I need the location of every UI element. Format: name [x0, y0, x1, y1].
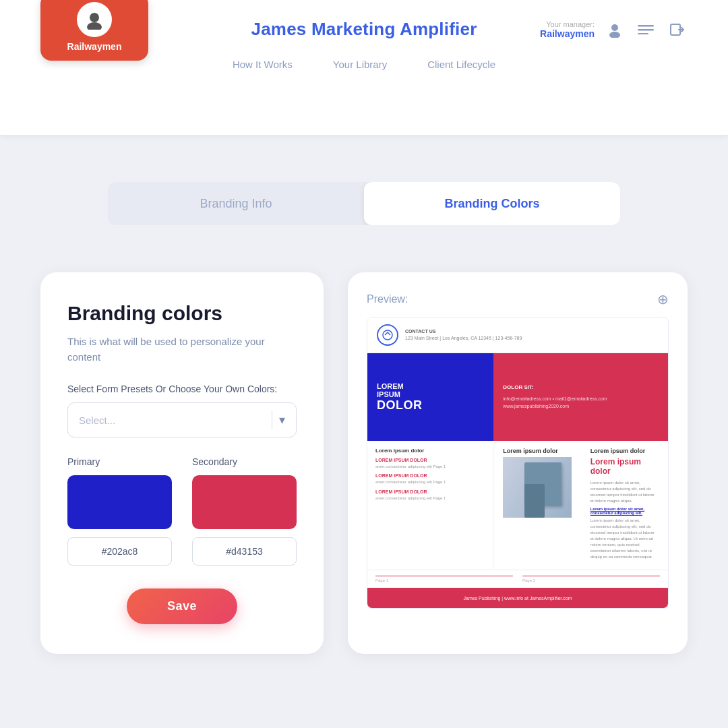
menu-icon-btn[interactable]	[635, 19, 657, 40]
doc-contact-info: CONTACT US 123 Main Street | Los Angeles…	[405, 328, 522, 342]
primary-hex-input[interactable]: #202ac8	[67, 537, 172, 566]
app-title-name: James	[251, 19, 307, 39]
main-nav: How It Works Your Library Client Lifecyc…	[233, 59, 495, 74]
svg-rect-5	[638, 29, 654, 31]
manager-info: Your manager: Railwaymen	[540, 20, 595, 39]
nav-how-it-works[interactable]: How It Works	[233, 59, 293, 74]
doc-far-right-col: Lorem ipsum dolor Lorem ipsum dolor Lore…	[581, 441, 668, 570]
doc-logo-circle	[377, 324, 398, 346]
hero-right-text2: www.jamespublishing2020.com	[503, 402, 659, 410]
logo-avatar	[77, 2, 112, 37]
body-item-1: LOREM IPSUM DOLOR amet consectetur adipi…	[375, 458, 485, 469]
select-divider	[272, 411, 272, 429]
doc-right-text-col: Lorem ipsum dolor	[493, 441, 580, 570]
chevron-down-icon: ▾	[279, 413, 285, 427]
logo-label: Railwaymen	[67, 41, 122, 52]
tabs-container: Branding Info Branding Colors	[0, 155, 728, 225]
doc-hero-right: DOLOR SIT: info@emailadress.com • mail1@…	[493, 353, 668, 441]
body-item-3: LOREM IPSUM DOLOR amet consectetur adipi…	[375, 489, 485, 501]
contact-label: CONTACT US	[405, 328, 522, 336]
right-text2: Lorem ipsum dolor sit amet, consectetur …	[590, 518, 659, 560]
hero-right-content: DOLOR SIT: info@emailadress.com • mail1@…	[503, 384, 659, 410]
page-line-2	[522, 576, 660, 576]
doc-bottom-text: James Publishing | www.info at JamesAmpl…	[464, 596, 572, 601]
page-num-1: Page 1	[375, 578, 388, 582]
right-card: Preview: ⊕ CONTACT US 123 Main Street | …	[348, 272, 688, 654]
right-link: Lorem ipsum dolor sit amet, consectetur …	[590, 507, 659, 515]
doc-body-left: Lorem ipsum dolor LOREM IPSUM DOLOR amet…	[367, 441, 493, 570]
app-title-rest: Marketing Amplifier	[307, 19, 477, 39]
tab-branding-info[interactable]: Branding Info	[108, 182, 364, 225]
header-right: Your manager: Railwaymen	[540, 19, 688, 40]
color-row: Primary #202ac8 Secondary #d43153	[67, 456, 297, 566]
doc-logo-icon	[382, 330, 393, 340]
main-content: Branding colors This is what will be use…	[0, 239, 728, 681]
svg-rect-4	[638, 25, 654, 27]
secondary-color-swatch[interactable]	[192, 475, 297, 529]
manager-label: Your manager:	[540, 20, 595, 28]
user-icon-btn[interactable]	[604, 19, 626, 40]
photo-simulation	[503, 457, 571, 518]
primary-color-col: Primary #202ac8	[67, 456, 172, 566]
doc-body: Lorem ipsum dolor LOREM IPSUM DOLOR amet…	[367, 441, 668, 570]
hero-dolor: DOLOR	[377, 398, 484, 413]
right-title: Lorem ipsum dolor	[590, 448, 659, 454]
svg-rect-6	[638, 33, 648, 34]
select-box[interactable]: Select... ▾	[67, 402, 297, 437]
svg-point-0	[90, 13, 99, 22]
zoom-icon[interactable]: ⊕	[657, 291, 669, 307]
user-icon	[84, 9, 104, 30]
hero-ipsum: IPSUM	[377, 390, 484, 398]
doc-hero: LOREM IPSUM DOLOR DOLOR SIT: info@emaila…	[367, 353, 668, 441]
document-preview: CONTACT US 123 Main Street | Los Angeles…	[367, 317, 669, 609]
doc-top-bar: CONTACT US 123 Main Street | Los Angeles…	[367, 317, 668, 353]
secondary-label: Secondary	[192, 456, 297, 467]
left-card: Branding colors This is what will be use…	[40, 272, 324, 654]
tab-branding-colors[interactable]: Branding Colors	[364, 182, 620, 225]
select-wrapper: Select... ▾	[67, 402, 297, 437]
logout-icon-btn[interactable]	[666, 19, 688, 40]
body-item-title-1: LOREM IPSUM DOLOR	[375, 458, 485, 462]
right-text1: Lorem ipsum dolor sit amet, consectetur …	[590, 480, 659, 504]
secondary-color-col: Secondary #d43153	[192, 456, 297, 566]
manager-name: Railwaymen	[540, 28, 595, 39]
tabs-row: Branding Info Branding Colors	[108, 182, 620, 225]
hamburger-icon	[638, 25, 654, 34]
header: Railwaymen James Marketing Amplifier You…	[0, 0, 728, 135]
body-item-title-3: LOREM IPSUM DOLOR	[375, 489, 485, 494]
preview-label: Preview:	[367, 293, 408, 305]
primary-color-swatch[interactable]	[67, 475, 172, 529]
doc-body-right-top: Lorem ipsum dolor	[493, 441, 668, 570]
doc-hero-left: LOREM IPSUM DOLOR	[367, 353, 493, 441]
body-item-text-2: amet consectetur adipiscing elit Page 1	[375, 479, 485, 485]
logo-block: Railwaymen	[40, 0, 148, 61]
card-title: Branding colors	[67, 302, 297, 325]
secondary-hex-input[interactable]: #d43153	[192, 537, 297, 566]
hero-lorem: LOREM	[377, 382, 484, 390]
hero-right-text1: info@emailadress.com • mail1@emailadress…	[503, 395, 659, 402]
doc-bottom-bar: James Publishing | www.info at JamesAmpl…	[367, 588, 668, 608]
body-item-2: LOREM IPSUM DOLOR amet consectetur adipi…	[375, 473, 485, 485]
profile-icon	[607, 22, 623, 38]
doc-image-placeholder	[503, 457, 571, 518]
app-title-container: James Marketing Amplifier	[251, 19, 477, 40]
svg-point-2	[611, 24, 618, 31]
doc-footer-row: Page 1 Page 2	[367, 570, 668, 588]
body-section-title: Lorem ipsum dolor	[375, 448, 485, 454]
select-placeholder: Select...	[79, 415, 115, 426]
doc-body-right-wrapper: Lorem ipsum dolor	[493, 441, 668, 570]
doc-page-2: Page 2	[522, 576, 660, 582]
right-section-title: Lorem ipsum dolor	[503, 448, 571, 454]
app-title: James Marketing Amplifier	[251, 19, 477, 39]
nav-your-library[interactable]: Your Library	[333, 59, 387, 74]
nav-client-lifecycle[interactable]: Client Lifecycle	[427, 59, 495, 74]
page-line-1	[375, 576, 513, 576]
preview-header: Preview: ⊕	[367, 291, 669, 307]
logout-icon	[669, 22, 684, 37]
save-button[interactable]: Save	[127, 588, 237, 624]
page-num-2: Page 2	[522, 578, 535, 582]
form-label: Select Form Presets Or Choose Your Own C…	[67, 384, 297, 394]
body-item-title-2: LOREM IPSUM DOLOR	[375, 473, 485, 478]
right-main-title: Lorem ipsum dolor	[590, 457, 659, 476]
primary-label: Primary	[67, 456, 172, 467]
